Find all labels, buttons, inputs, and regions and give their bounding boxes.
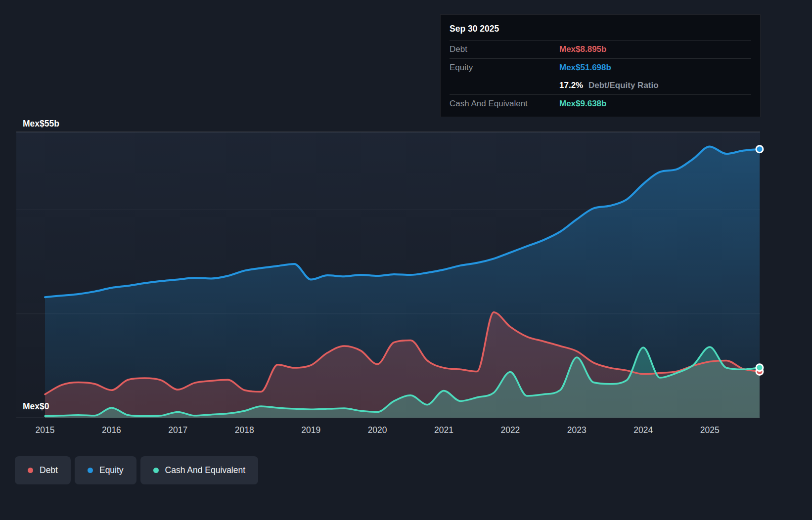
x-axis-label-2025: 2025	[700, 425, 720, 435]
chart-legend: Debt Equity Cash And Equivalent	[15, 456, 258, 484]
x-axis-label-2019: 2019	[301, 425, 320, 435]
tooltip-cash-label: Cash And Equivalent	[450, 99, 559, 109]
x-axis-label-2023: 2023	[567, 425, 586, 435]
tooltip-cash-value: Mex$9.638b	[559, 99, 606, 109]
legend-item-cash[interactable]: Cash And Equivalent	[140, 456, 258, 484]
tooltip-debt-label: Debt	[450, 44, 559, 54]
tooltip-equity-label: Equity	[450, 63, 559, 73]
debt-equity-ratio-label: Debt/Equity Ratio	[588, 81, 659, 90]
tooltip-equity-value: Mex$51.698b	[559, 63, 611, 73]
x-axis-label-2021: 2021	[434, 425, 453, 435]
tooltip-ratio-row: 17.2% Debt/Equity Ratio	[450, 77, 751, 94]
legend-item-debt[interactable]: Debt	[15, 456, 71, 484]
tooltip-debt-value: Mex$8.895b	[559, 44, 606, 54]
legend-debt-label: Debt	[40, 465, 58, 476]
debt-equity-ratio-value: 17.2%	[559, 81, 583, 90]
x-axis-label-2022: 2022	[500, 425, 520, 435]
y-axis-max-label: Mex$55b	[23, 119, 59, 129]
cash-and-equivalent-endpoint-marker	[756, 364, 763, 371]
equity-endpoint-marker	[756, 146, 763, 153]
tooltip-equity-row: Equity Mex$51.698b	[450, 58, 751, 77]
x-axis-label-2016: 2016	[102, 425, 121, 435]
tooltip-debt-row: Debt Mex$8.895b	[450, 40, 751, 58]
equity-color-dot	[88, 468, 93, 473]
x-axis-label-2017: 2017	[168, 425, 187, 435]
debt-color-dot	[28, 468, 33, 473]
tooltip-ratio-value-group: 17.2% Debt/Equity Ratio	[559, 81, 659, 90]
chart-tooltip: Sep 30 2025 Debt Mex$8.895b Equity Mex$5…	[440, 14, 761, 117]
debt-equity-history-chart: 2015201620172018201920202021202220232024…	[0, 0, 812, 520]
x-axis-label-2020: 2020	[368, 425, 387, 435]
cash-color-dot	[153, 468, 159, 473]
x-axis-label-2024: 2024	[633, 425, 653, 435]
legend-equity-label: Equity	[99, 465, 124, 476]
legend-item-equity[interactable]: Equity	[75, 456, 136, 484]
tooltip-date: Sep 30 2025	[450, 21, 751, 40]
tooltip-cash-row: Cash And Equivalent Mex$9.638b	[450, 94, 751, 113]
x-axis-label-2018: 2018	[235, 425, 254, 435]
legend-cash-label: Cash And Equivalent	[165, 465, 245, 476]
y-axis-zero-label: Mex$0	[23, 401, 49, 412]
x-axis-label-2015: 2015	[36, 425, 55, 435]
x-axis-labels: 2015201620172018201920202021202220232024…	[36, 425, 720, 435]
